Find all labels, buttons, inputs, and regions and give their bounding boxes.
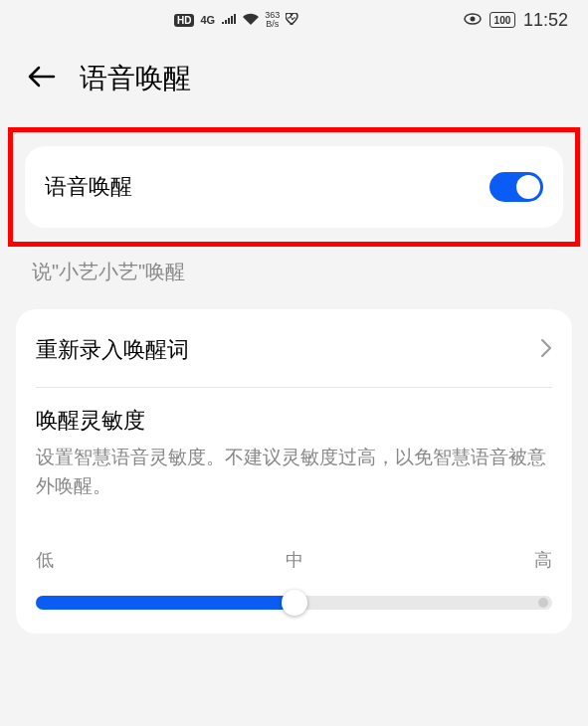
voice-wake-toggle[interactable] [490, 172, 543, 202]
eye-icon [464, 12, 482, 28]
voice-wake-label: 语音唤醒 [45, 172, 132, 202]
slider-thumb[interactable] [282, 590, 307, 616]
sensitivity-slider[interactable] [36, 596, 552, 610]
rerecord-row[interactable]: 重新录入唤醒词 [16, 313, 572, 387]
header-bar: 语音唤醒 [0, 40, 588, 127]
wifi-icon [243, 12, 259, 28]
clock-time: 11:52 [523, 10, 568, 31]
status-bar: HD 4G 363 B/s 100 11:52 [0, 0, 588, 40]
slider-tick-high [538, 598, 548, 608]
battery-icon: 100 [490, 12, 515, 28]
slider-label-mid: 中 [286, 548, 303, 572]
heart-icon [286, 12, 299, 28]
slider-fill [36, 596, 294, 610]
chevron-right-icon [540, 336, 552, 364]
signal-icon [221, 12, 237, 28]
rerecord-label: 重新录入唤醒词 [36, 335, 189, 365]
slider-labels: 低 中 高 [36, 548, 552, 572]
network-speed: 363 B/s [265, 11, 280, 29]
hd-badge: HD [174, 14, 194, 27]
voice-wake-card: 语音唤醒 [25, 146, 563, 228]
network-gen: 4G [200, 14, 215, 26]
page-title: 语音唤醒 [80, 60, 191, 97]
sensitivity-block: 唤醒灵敏度 设置智慧语音灵敏度。不建议灵敏度过高，以免智慧语音被意外唤醒。 [16, 388, 572, 508]
toggle-thumb [516, 175, 540, 199]
wake-hint-text: 说"小艺小艺"唤醒 [0, 247, 588, 309]
settings-card: 重新录入唤醒词 唤醒灵敏度 设置智慧语音灵敏度。不建议灵敏度过高，以免智慧语音被… [16, 309, 572, 634]
back-icon[interactable] [28, 63, 56, 94]
voice-wake-row[interactable]: 语音唤醒 [25, 150, 563, 224]
sensitivity-desc: 设置智慧语音灵敏度。不建议灵敏度过高，以免智慧语音被意外唤醒。 [36, 444, 552, 500]
sensitivity-title: 唤醒灵敏度 [36, 406, 552, 436]
slider-label-low: 低 [36, 548, 54, 572]
slider-label-high: 高 [534, 548, 552, 572]
highlighted-region: 语音唤醒 [8, 127, 580, 247]
slider-section: 低 中 高 [16, 508, 572, 630]
svg-point-1 [470, 17, 475, 22]
